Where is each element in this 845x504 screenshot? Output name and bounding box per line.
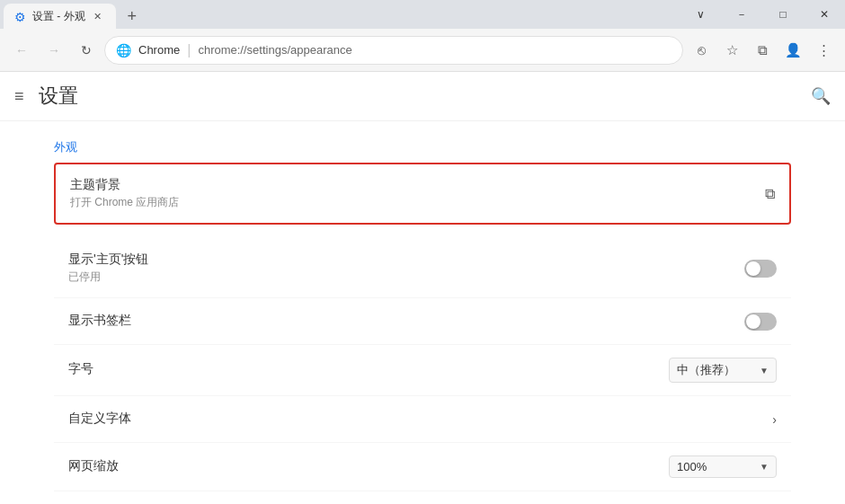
- show-home-toggle[interactable]: [744, 260, 777, 278]
- tab-close-button[interactable]: ✕: [91, 9, 105, 23]
- font-size-item: 字号 中（推荐） ▼: [54, 345, 791, 396]
- bookmark-button[interactable]: ☆: [717, 36, 746, 65]
- show-home-item: 显示'主页'按钮 已停用: [54, 239, 791, 298]
- theme-action: ⧉: [765, 186, 775, 202]
- omnibox[interactable]: 🌐 Chrome | chrome://settings/appearance: [104, 36, 683, 65]
- site-icon: 🌐: [116, 43, 131, 57]
- theme-sub: 打开 Chrome 应用商店: [70, 195, 765, 210]
- font-size-name: 字号: [68, 361, 669, 377]
- show-bookmarks-text: 显示书签栏: [68, 313, 744, 331]
- refresh-button[interactable]: ↻: [72, 36, 101, 65]
- browser-body: ≡ 设置 🔍 外观 主题背景 打开 Chrome 应用商店 ⧉: [0, 72, 845, 504]
- custom-fonts-item[interactable]: 自定义字体 ›: [54, 396, 791, 443]
- show-bookmarks-action: [744, 313, 777, 331]
- page-zoom-item: 网页缩放 100% ▼: [54, 443, 791, 491]
- page-zoom-value: 100%: [677, 460, 754, 473]
- titlebar: ⚙ 设置 - 外观 ✕ + ∨ － □ ✕: [0, 0, 845, 29]
- page-zoom-name: 网页缩放: [68, 458, 669, 474]
- external-link-icon[interactable]: ⧉: [765, 186, 775, 202]
- custom-fonts-action: ›: [772, 412, 777, 427]
- toggle-knob-2: [746, 314, 760, 329]
- close-button[interactable]: ✕: [804, 0, 845, 29]
- tab-title: 设置 - 外观: [32, 9, 85, 24]
- addressbar: ← → ↻ 🌐 Chrome | chrome://settings/appea…: [0, 29, 845, 72]
- theme-item[interactable]: 主题背景 打开 Chrome 应用商店 ⧉: [56, 164, 789, 223]
- search-icon[interactable]: 🔍: [811, 86, 831, 106]
- hamburger-icon[interactable]: ≡: [14, 87, 24, 106]
- show-home-action: [744, 260, 777, 278]
- menu-button[interactable]: ⋮: [809, 36, 838, 65]
- profile-button[interactable]: 👤: [778, 36, 807, 65]
- settings-page: ≡ 设置 🔍 外观 主题背景 打开 Chrome 应用商店 ⧉: [0, 72, 845, 504]
- show-bookmarks-item: 显示书签栏: [54, 298, 791, 345]
- tab-bar: ⚙ 设置 - 外观 ✕ +: [0, 0, 145, 29]
- font-size-dropdown[interactable]: 中（推荐） ▼: [669, 358, 777, 383]
- maximize-button[interactable]: □: [762, 0, 804, 29]
- font-size-action: 中（推荐） ▼: [669, 358, 777, 383]
- theme-card: 主题背景 打开 Chrome 应用商店 ⧉: [54, 163, 791, 225]
- tab-search-button[interactable]: ⧉: [748, 36, 777, 65]
- back-button[interactable]: ←: [7, 36, 36, 65]
- dropdown-arrow-icon: ▼: [760, 366, 769, 376]
- addressbar-actions: ⎋ ☆ ⧉ 👤 ⋮: [687, 36, 838, 65]
- active-tab[interactable]: ⚙ 设置 - 外观 ✕: [4, 4, 116, 29]
- toggle-knob: [746, 261, 760, 276]
- custom-fonts-text: 自定义字体: [68, 411, 772, 429]
- chevron-down-icon[interactable]: ∨: [680, 0, 721, 29]
- show-home-sub: 已停用: [68, 270, 744, 285]
- url-text: chrome://settings/appearance: [198, 43, 351, 57]
- plain-settings: 显示'主页'按钮 已停用 显示书签栏: [54, 239, 791, 491]
- settings-content: 外观 主题背景 打开 Chrome 应用商店 ⧉ 显示'主页'按钮: [0, 121, 845, 504]
- section-label-appearance: 外观: [54, 139, 791, 155]
- window-controls: ∨ － □ ✕: [680, 0, 845, 29]
- custom-fonts-name: 自定义字体: [68, 411, 772, 427]
- show-home-name: 显示'主页'按钮: [68, 252, 744, 268]
- zoom-dropdown-arrow-icon: ▼: [760, 462, 769, 472]
- theme-text: 主题背景 打开 Chrome 应用商店: [70, 177, 765, 210]
- show-bookmarks-name: 显示书签栏: [68, 313, 744, 329]
- share-button[interactable]: ⎋: [687, 36, 716, 65]
- theme-name: 主题背景: [70, 177, 765, 193]
- forward-button[interactable]: →: [40, 36, 68, 65]
- new-tab-button[interactable]: +: [120, 4, 145, 29]
- site-name: Chrome: [138, 43, 180, 57]
- tab-favicon: ⚙: [14, 10, 27, 22]
- page-zoom-text: 网页缩放: [68, 458, 669, 476]
- page-zoom-action: 100% ▼: [669, 455, 777, 478]
- page-title: 设置: [39, 83, 78, 110]
- show-home-text: 显示'主页'按钮 已停用: [68, 252, 744, 285]
- omnibox-divider: |: [187, 42, 191, 58]
- show-bookmarks-toggle[interactable]: [744, 313, 777, 331]
- settings-header: ≡ 设置 🔍: [0, 72, 845, 121]
- chevron-right-icon: ›: [772, 412, 777, 427]
- font-size-text: 字号: [68, 361, 669, 379]
- font-size-value: 中（推荐）: [677, 362, 754, 378]
- minimize-button[interactable]: －: [721, 0, 762, 29]
- page-zoom-dropdown[interactable]: 100% ▼: [669, 455, 777, 478]
